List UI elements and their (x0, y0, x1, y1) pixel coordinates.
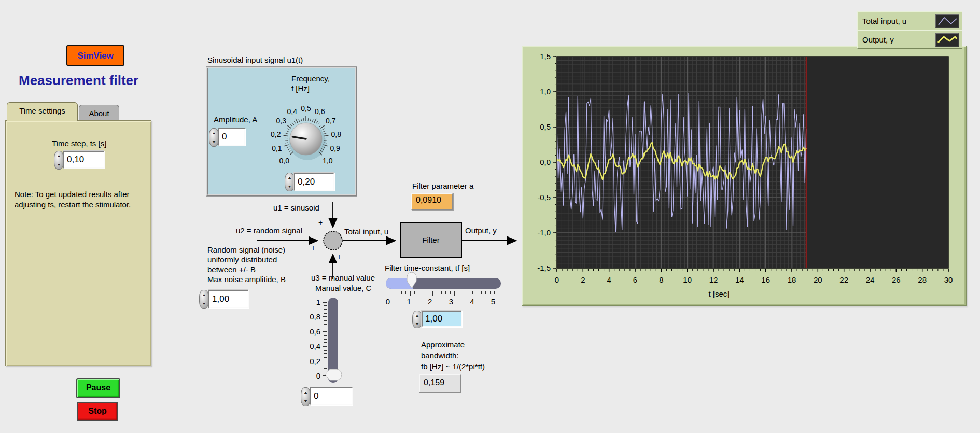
manual-slider-ticks (321, 300, 328, 378)
total-input-label: Total input, u (344, 227, 388, 236)
manual-tick-label: 0,8 (302, 312, 320, 322)
legend-sample-total-input (935, 14, 959, 28)
stop-button[interactable]: Stop (77, 402, 118, 421)
svg-text:0,7: 0,7 (326, 117, 336, 125)
legend-label: Output, y (858, 35, 935, 44)
u2-label: u2 = random signal (236, 226, 302, 235)
amplitude-label: Amplitude, A (214, 115, 257, 124)
output-label: Output, y (465, 226, 497, 235)
svg-text:14: 14 (735, 275, 744, 284)
svg-text:2: 2 (581, 275, 585, 284)
svg-text:0,8: 0,8 (331, 130, 342, 138)
svg-text:0,4: 0,4 (287, 107, 297, 116)
tf-slider-ticks (388, 291, 499, 296)
page-title: Measurement filter (19, 76, 138, 85)
manual-spinner[interactable]: ▲▼ (301, 387, 311, 406)
svg-text:28: 28 (918, 275, 927, 284)
bandwidth-display: 0,159 (419, 374, 461, 393)
noise-description: Random signal (noise)uniformly distribut… (207, 245, 311, 284)
tf-tick-label: 0 (383, 297, 393, 306)
svg-text:1,5: 1,5 (540, 52, 551, 61)
bandwidth-label: Approximatebandwidth:fb [Hz] ~ 1/(2*pi*t… (421, 339, 530, 372)
u1-label: u1 = sinusoid (273, 203, 319, 213)
manual-tick-label: 0,6 (302, 327, 320, 337)
manual-slider-handle[interactable] (325, 369, 342, 381)
tf-tick-label: 3 (446, 297, 456, 306)
legend-item-output[interactable]: Output, y (857, 30, 962, 49)
frequency-input[interactable] (294, 173, 334, 191)
svg-text:24: 24 (866, 275, 875, 284)
manual-tick-label: 0,4 (302, 342, 320, 351)
filter-param-label: Filter parameter a (412, 181, 473, 191)
svg-text:30: 30 (944, 275, 953, 284)
tf-slider-handle[interactable] (406, 272, 417, 289)
frequency-spinner[interactable]: ▲▼ (285, 173, 295, 191)
svg-text:0,5: 0,5 (301, 104, 311, 113)
svg-text:18: 18 (788, 275, 796, 284)
tf-tick-label: 1 (404, 297, 414, 306)
svg-text:0: 0 (555, 275, 559, 284)
tf-spinner[interactable]: ▲▼ (412, 311, 422, 328)
time-step-input[interactable] (63, 151, 105, 169)
filter-block-label: Filter (400, 235, 461, 245)
legend-sample-output (935, 33, 959, 47)
svg-text:1,0: 1,0 (540, 87, 551, 96)
frequency-label: Frequency,f [Hz] (291, 74, 348, 93)
svg-text:-0,5: -0,5 (537, 193, 551, 202)
svg-text:20: 20 (814, 275, 822, 284)
tf-label: Filter time-constant, tf [s] (385, 263, 470, 273)
svg-text:0,9: 0,9 (330, 144, 340, 152)
time-step-spinner[interactable]: ▲▼ (54, 151, 64, 170)
tab-time-settings[interactable]: Time settings (7, 102, 78, 121)
svg-text:1,0: 1,0 (323, 157, 333, 165)
manual-input[interactable] (310, 387, 353, 405)
svg-text:4: 4 (607, 275, 611, 284)
legend-item-total-input[interactable]: Total input, u (857, 11, 962, 30)
svg-text:16: 16 (761, 275, 770, 284)
u3-label: u3 = manual value (311, 273, 375, 283)
frequency-knob[interactable]: 0,00,10,20,30,40,50,60,70,80,91,0 (259, 99, 353, 181)
svg-text:0,5: 0,5 (540, 122, 551, 131)
svg-text:-1,5: -1,5 (537, 263, 551, 272)
tab-about[interactable]: About (79, 105, 119, 121)
svg-text:26: 26 (892, 275, 901, 284)
sum-junction (324, 231, 342, 250)
manual-tick-label: 0 (302, 371, 320, 381)
svg-text:8: 8 (659, 275, 663, 284)
svg-text:22: 22 (839, 275, 848, 284)
manual-tick-label: 0,2 (302, 357, 320, 366)
tf-tick-label: 2 (425, 297, 435, 306)
simview-button[interactable]: SimView (66, 45, 124, 66)
svg-text:t [sec]: t [sec] (708, 289, 729, 298)
plus-sign-u2: + (311, 243, 315, 253)
svg-text:-1,0: -1,0 (537, 228, 551, 237)
svg-text:6: 6 (633, 275, 637, 284)
filter-param-display: 0,0910 (411, 193, 453, 210)
svg-text:0,3: 0,3 (276, 117, 287, 125)
time-step-label: Time step, ts [s] (52, 139, 106, 148)
svg-text:0,0: 0,0 (279, 157, 290, 165)
noise-b-spinner[interactable]: ▲▼ (199, 290, 209, 309)
svg-text:0,6: 0,6 (315, 107, 325, 116)
manual-value-label: Manual value, C (315, 284, 371, 293)
legend-label: Total input, u (858, 17, 935, 25)
amplitude-spinner[interactable]: ▲▼ (209, 128, 219, 147)
svg-text:0,2: 0,2 (271, 130, 281, 138)
tf-tick-label: 5 (488, 297, 498, 306)
svg-text:0,0: 0,0 (540, 158, 551, 166)
chart-legend: Total input, u Output, y (857, 11, 962, 49)
sine-box-title: Sinusoidal input signal u1(t) (207, 55, 303, 65)
waveform-chart: 1,51,00,50,0-0,5-1,0-1,50246810121416182… (522, 46, 965, 304)
tf-tick-label: 4 (467, 297, 477, 306)
note-text: Note: To get updated results afteradjust… (15, 189, 149, 210)
noise-b-input[interactable] (208, 290, 249, 308)
amplitude-input[interactable] (218, 128, 245, 146)
tf-input[interactable] (422, 311, 462, 327)
svg-text:12: 12 (709, 275, 718, 284)
svg-text:10: 10 (683, 275, 692, 284)
plus-sign-u3: + (337, 252, 341, 261)
chart-panel: 1,51,00,50,0-0,5-1,0-1,50246810121416182… (522, 46, 967, 306)
manual-tick-label: 1 (302, 298, 320, 307)
plus-sign-u1: + (318, 218, 323, 227)
pause-button[interactable]: Pause (76, 378, 120, 398)
